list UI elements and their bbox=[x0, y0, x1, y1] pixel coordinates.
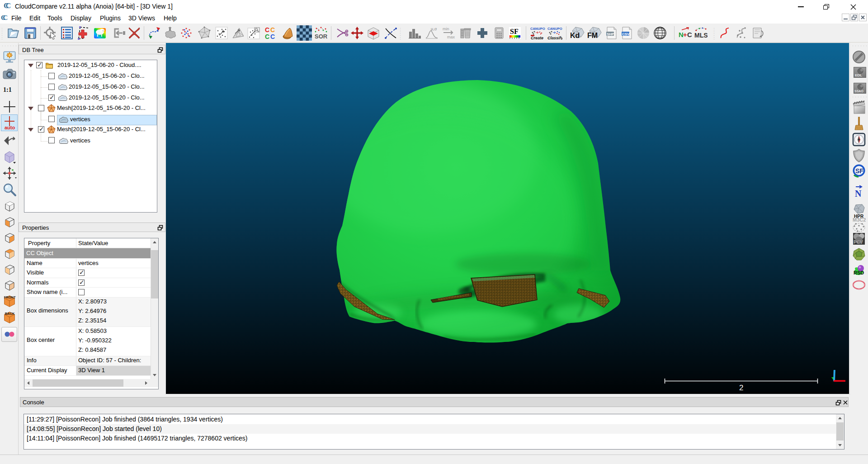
svg-text:Kd: Kd bbox=[570, 32, 580, 39]
svg-text:SHP: SHP bbox=[607, 32, 614, 36]
svg-text:+: + bbox=[683, 31, 687, 38]
svg-text:BACK: BACK bbox=[5, 312, 15, 316]
svg-text:auto: auto bbox=[5, 125, 15, 130]
svg-text:max: max bbox=[447, 35, 455, 39]
svg-text:C: C bbox=[687, 31, 692, 38]
svg-text:C: C bbox=[270, 26, 275, 33]
svg-text:N: N bbox=[855, 189, 862, 198]
svg-text:SF: SF bbox=[510, 28, 519, 35]
svg-text:C: C bbox=[265, 26, 269, 33]
svg-text:PCV: PCV bbox=[854, 240, 863, 245]
svg-text:SSAO: SSAO bbox=[854, 90, 863, 93]
svg-text:EDL: EDL bbox=[855, 73, 862, 77]
svg-text:μ,σ: μ,σ bbox=[431, 27, 437, 31]
svg-text:Classify: Classify bbox=[547, 36, 562, 40]
svg-text:CANUPO: CANUPO bbox=[530, 27, 545, 31]
svg-text:SOR: SOR bbox=[315, 33, 328, 40]
svg-text:RSD: RSD bbox=[854, 270, 864, 275]
svg-text:C: C bbox=[265, 33, 269, 40]
svg-text:Create: Create bbox=[531, 36, 543, 40]
svg-text:CANUPO: CANUPO bbox=[547, 27, 562, 31]
svg-text:M3C2: M3C2 bbox=[853, 217, 866, 223]
svg-text:SF: SF bbox=[855, 167, 863, 175]
svg-text:MLS: MLS bbox=[694, 32, 708, 39]
svg-text:min: min bbox=[443, 27, 449, 31]
svg-text:2: 2 bbox=[739, 384, 743, 392]
svg-text:CSV: CSV bbox=[622, 32, 630, 36]
svg-text:C: C bbox=[270, 33, 275, 40]
svg-text:FRONT: FRONT bbox=[4, 295, 16, 299]
svg-text:FM: FM bbox=[587, 32, 598, 39]
